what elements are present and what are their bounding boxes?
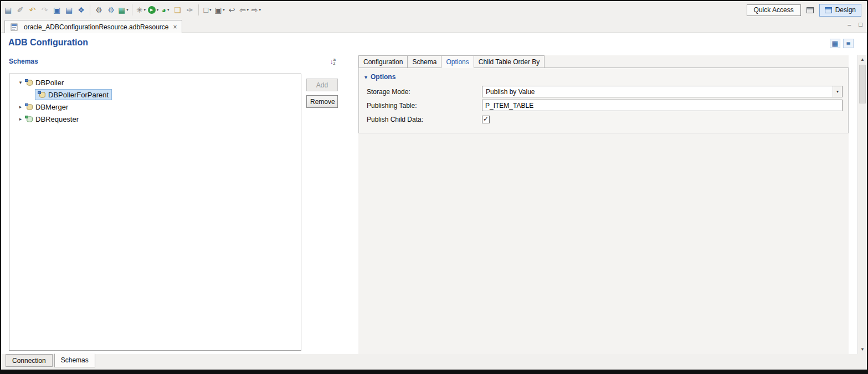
toolbar-separator [198,4,199,15]
run-icon[interactable]: ▶▾ [147,4,159,16]
schemas-tree[interactable]: ▾ DBPoller DBPollerForParent ▸ [9,74,301,351]
chevron-down-icon[interactable]: ▾ [126,8,129,12]
tab-child-table-order-by[interactable]: Child Table Order By [474,55,545,68]
tree-item-label: DBMerger [35,103,68,111]
tree-item-dbpollerforparent[interactable]: DBPollerForParent [9,89,301,101]
quick-access-box[interactable]: Quick Access [747,4,801,16]
paintbrush-icon[interactable]: ✑ [184,4,196,16]
layout-toggles: ▦ ≡ [830,39,854,48]
chevron-down-icon[interactable]: ▾ [833,86,842,97]
editor-tab[interactable]: oracle_ADBConfigurationResource.adbResou… [4,20,182,34]
editor-tab-title: oracle_ADBConfigurationResource.adbResou… [24,23,168,31]
schema-icon [38,91,46,98]
form-view-icon[interactable]: ▦ [830,39,840,48]
checkmark-icon: ✓ [483,116,489,122]
tab-options[interactable]: Options [441,55,474,68]
publishing-table-input[interactable] [482,100,843,111]
open-folder-icon[interactable]: ❏ [172,4,183,16]
perspective-window-icon [807,7,814,13]
tab-connection[interactable]: Connection [6,354,53,367]
storage-mode-row: Storage Mode: Publish by Value ▾ [364,85,843,98]
detail-panel: Configuration Schema Options Child Table… [358,55,849,354]
schema-icon [25,103,33,111]
tree-item-label: DBPollerForParent [48,91,109,99]
publishing-table-row: Publishing Table: [364,98,843,112]
publish-child-data-row: Publish Child Data: ✓ [364,112,843,126]
preferences-gear-icon[interactable]: ⚙ [105,4,117,16]
tree-item-label: DBRequester [35,115,79,123]
design-perspective-icon [825,7,832,13]
add-button[interactable]: Add [306,79,338,91]
chevron-down-icon[interactable]: ▾ [259,8,261,12]
detail-tab-bar: Configuration Schema Options Child Table… [358,55,849,68]
design-perspective-label: Design [835,6,856,14]
scrollbar-thumb[interactable] [859,65,866,103]
open-perspective-icon[interactable] [807,7,814,13]
selected-highlight: DBPollerForParent [35,89,112,100]
options-section: ▾ Options Storage Mode: Publish by Value… [358,68,849,133]
debug-icon[interactable]: ✳▾ [135,4,147,16]
coverage-icon[interactable]: ◕▾ [160,4,171,16]
publishing-table-label: Publishing Table: [367,102,482,110]
chevron-down-icon[interactable]: ▾ [223,8,225,12]
publish-child-data-checkbox[interactable]: ✓ [482,116,490,123]
options-section-header: ▾ Options [364,71,843,82]
collapse-arrow-icon[interactable]: ▸ [17,116,24,122]
expand-arrow-icon[interactable]: ▾ [17,80,24,85]
minimize-icon[interactable]: – [848,21,851,28]
new-config-icon[interactable]: ▤ [2,4,14,16]
chevron-down-icon[interactable]: ▾ [167,8,170,12]
design-perspective-button[interactable]: Design [819,4,861,17]
redo-icon[interactable]: ↷ [39,4,50,16]
schemas-section-title: Schemas [9,58,38,65]
toolbar-separator [132,4,132,15]
deploy-icon[interactable]: ▣ [51,4,63,16]
chevron-down-icon[interactable]: ▾ [144,8,146,12]
sort-letters: a z [333,58,336,65]
publish-child-data-label: Publish Child Data: [367,116,482,123]
remove-button[interactable]: Remove [306,95,338,108]
gear-icon[interactable]: ⚙ [93,4,105,16]
collapse-arrow-icon[interactable]: ▸ [17,104,24,110]
editor-page-bar: Connection Schemas [1,354,867,370]
back-icon[interactable]: ⇦▾ [238,4,250,16]
chevron-down-icon[interactable]: ▾ [247,8,249,12]
tree-item-dbpoller[interactable]: ▾ DBPoller [9,76,301,89]
validate-icon[interactable]: ✐ [14,4,26,16]
close-icon[interactable]: × [173,23,177,31]
library-icon[interactable]: ▤ [63,4,75,16]
view-controls: – □ [848,21,862,28]
report-icon[interactable]: ▦▾ [117,4,129,16]
adb-resource-file-icon [11,23,18,31]
page-title: ADB Configuration [8,38,88,48]
tree-item-dbrequester[interactable]: ▸ DBRequester [9,113,301,125]
storage-mode-select[interactable]: Publish by Value ▾ [482,86,843,97]
editor-scrollbar[interactable]: ▲ ▼ [857,55,867,354]
storage-mode-value: Publish by Value [486,88,833,96]
app-window: ▤ ✐ ↶ ↷ ▣ ▤ ❖ ⚙ ⚙ ▦▾ ✳▾ ▶▾ ◕▾ ❏ ✑ □▾ ▣▾ … [0,0,868,374]
bookmark-icon[interactable]: ▣▾ [214,4,225,16]
forward-icon[interactable]: ⇨▾ [250,4,262,16]
tab-schema[interactable]: Schema [408,55,441,68]
new-wizard-icon[interactable]: □▾ [202,4,213,16]
tab-configuration[interactable]: Configuration [358,55,408,68]
last-edit-location-icon[interactable]: ↩ [226,4,238,16]
services-icon[interactable]: ❖ [75,4,87,16]
chevron-down-icon[interactable]: ▾ [157,8,159,12]
requester-schema-icon [25,116,33,123]
toolbar-separator [90,4,90,15]
maximize-icon[interactable]: □ [859,21,862,28]
sort-icon[interactable]: ↓ a z [330,58,336,65]
list-view-icon[interactable]: ≡ [843,39,854,48]
tab-schemas[interactable]: Schemas [54,354,95,367]
options-section-title: Options [371,73,396,81]
undo-icon[interactable]: ↶ [27,4,38,16]
collapse-arrow-icon[interactable]: ▾ [364,74,367,80]
tree-item-dbmerger[interactable]: ▸ DBMerger [9,101,301,113]
main-toolbar: ▤ ✐ ↶ ↷ ▣ ▤ ❖ ⚙ ⚙ ▦▾ ✳▾ ▶▾ ◕▾ ❏ ✑ □▾ ▣▾ … [1,1,867,19]
schema-icon [25,79,33,86]
chevron-down-icon[interactable]: ▾ [209,8,212,12]
scroll-down-icon[interactable]: ▼ [858,345,867,354]
scroll-up-icon[interactable]: ▲ [858,55,867,64]
storage-mode-label: Storage Mode: [367,88,482,96]
